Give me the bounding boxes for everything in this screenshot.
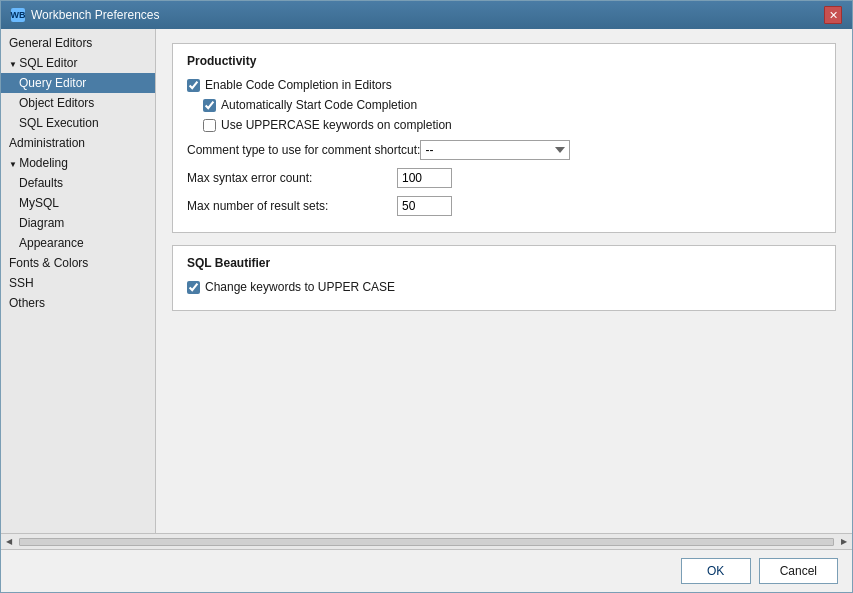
- dialog-window: WB Workbench Preferences ✕ General Edito…: [0, 0, 853, 593]
- sidebar-item-object-editors[interactable]: Object Editors: [1, 93, 155, 113]
- max-result-label: Max number of result sets:: [187, 199, 397, 213]
- sidebar-item-sql-editor[interactable]: SQL Editor: [1, 53, 155, 73]
- max-result-row: Max number of result sets:: [187, 196, 821, 216]
- main-content: Productivity Enable Code Completion in E…: [156, 29, 852, 533]
- auto-start-row: Automatically Start Code Completion: [203, 98, 821, 112]
- sidebar-item-administration[interactable]: Administration: [1, 133, 155, 153]
- comment-type-label: Comment type to use for comment shortcut…: [187, 143, 420, 157]
- uppercase-row: Use UPPERCASE keywords on completion: [203, 118, 821, 132]
- title-bar: WB Workbench Preferences ✕: [1, 1, 852, 29]
- scroll-track[interactable]: [19, 538, 834, 546]
- sidebar-item-others[interactable]: Others: [1, 293, 155, 313]
- scroll-left-arrow[interactable]: ◀: [3, 537, 15, 546]
- sql-beautifier-section: SQL Beautifier Change keywords to UPPER …: [172, 245, 836, 311]
- scroll-right-arrow[interactable]: ▶: [838, 537, 850, 546]
- sidebar-item-sql-execution[interactable]: SQL Execution: [1, 113, 155, 133]
- sidebar-item-modeling[interactable]: Modeling: [1, 153, 155, 173]
- sidebar-item-mysql[interactable]: MySQL: [1, 193, 155, 213]
- cancel-button[interactable]: Cancel: [759, 558, 838, 584]
- productivity-title: Productivity: [187, 54, 821, 68]
- enable-code-completion-checkbox[interactable]: [187, 79, 200, 92]
- uppercase-keywords-checkbox[interactable]: [203, 119, 216, 132]
- sidebar-item-defaults[interactable]: Defaults: [1, 173, 155, 193]
- change-keywords-checkbox[interactable]: [187, 281, 200, 294]
- sidebar-item-query-editor[interactable]: Query Editor: [1, 73, 155, 93]
- auto-start-label[interactable]: Automatically Start Code Completion: [221, 98, 417, 112]
- change-keywords-row: Change keywords to UPPER CASE: [187, 280, 821, 294]
- sidebar-item-appearance[interactable]: Appearance: [1, 233, 155, 253]
- sidebar-item-ssh[interactable]: SSH: [1, 273, 155, 293]
- enable-code-completion-row: Enable Code Completion in Editors: [187, 78, 821, 92]
- change-keywords-label[interactable]: Change keywords to UPPER CASE: [205, 280, 395, 294]
- dialog-footer: OK Cancel: [1, 549, 852, 592]
- productivity-section: Productivity Enable Code Completion in E…: [172, 43, 836, 233]
- close-button[interactable]: ✕: [824, 6, 842, 24]
- sidebar-item-general-editors[interactable]: General Editors: [1, 33, 155, 53]
- auto-start-completion-checkbox[interactable]: [203, 99, 216, 112]
- scrollbar-area: ◀ ▶: [1, 533, 852, 549]
- sidebar-item-fonts-colors[interactable]: Fonts & Colors: [1, 253, 155, 273]
- dialog-body: General EditorsSQL EditorQuery EditorObj…: [1, 29, 852, 533]
- enable-code-completion-label[interactable]: Enable Code Completion in Editors: [205, 78, 392, 92]
- sidebar: General EditorsSQL EditorQuery EditorObj…: [1, 29, 156, 533]
- max-syntax-input[interactable]: [397, 168, 452, 188]
- sql-beautifier-title: SQL Beautifier: [187, 256, 821, 270]
- max-result-input[interactable]: [397, 196, 452, 216]
- uppercase-label[interactable]: Use UPPERCASE keywords on completion: [221, 118, 452, 132]
- comment-type-select[interactable]: -- # /**/: [420, 140, 570, 160]
- sidebar-item-diagram[interactable]: Diagram: [1, 213, 155, 233]
- max-syntax-label: Max syntax error count:: [187, 171, 397, 185]
- app-icon: WB: [11, 8, 25, 22]
- ok-button[interactable]: OK: [681, 558, 751, 584]
- max-syntax-row: Max syntax error count:: [187, 168, 821, 188]
- title-bar-left: WB Workbench Preferences: [11, 8, 160, 22]
- window-title: Workbench Preferences: [31, 8, 160, 22]
- comment-type-row: Comment type to use for comment shortcut…: [187, 140, 821, 160]
